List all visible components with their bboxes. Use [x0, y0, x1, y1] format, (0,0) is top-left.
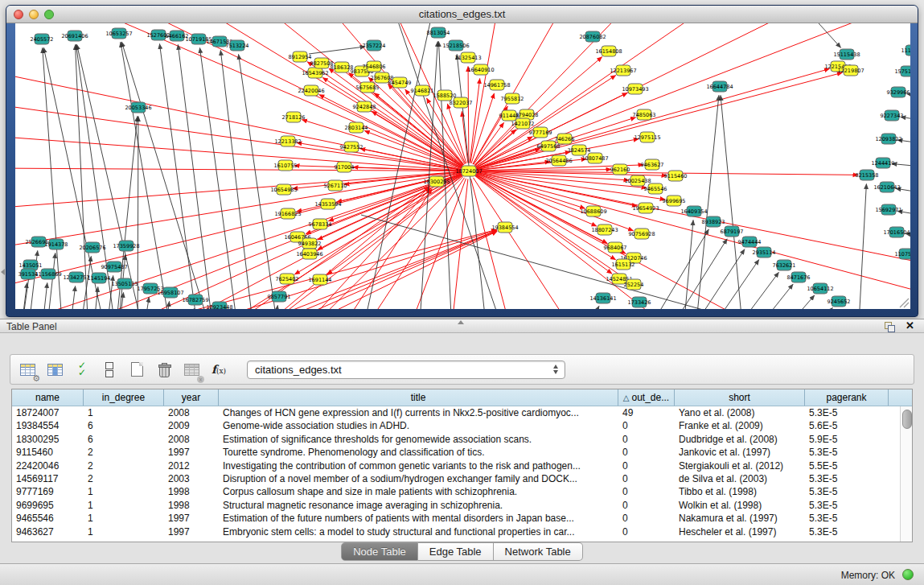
graph-node[interactable]: 1914378 — [45, 239, 68, 249]
graph-node[interactable]: 10973493 — [622, 84, 648, 94]
graph-node[interactable]: 9245652 — [827, 296, 851, 307]
graph-edge[interactable] — [178, 44, 218, 309]
graph-edge[interactable] — [471, 93, 494, 163]
table-cell[interactable]: 1998 — [164, 499, 219, 512]
graph-edge[interactable] — [38, 282, 47, 309]
table-cell[interactable]: Estimation of the future numbers of pati… — [219, 512, 618, 525]
table-cell[interactable]: 1 — [84, 485, 164, 498]
graph-edge[interactable] — [239, 54, 282, 309]
table-cell[interactable]: 5.3E-5 — [805, 472, 889, 485]
table-row[interactable]: 2242004622012Investigating the contribut… — [12, 459, 900, 472]
graph-edge[interactable] — [76, 44, 89, 309]
graph-node[interactable]: 8215358 — [856, 170, 879, 180]
table-cell[interactable]: 0 — [618, 512, 675, 525]
graph-node[interactable]: 7485063 — [633, 109, 656, 120]
table-cell[interactable]: 18300295 — [12, 433, 84, 446]
graph-node[interactable]: 15751874 — [894, 66, 910, 76]
graph-node[interactable]: 12213382 — [274, 136, 301, 146]
table-cell[interactable]: Tibbo et al. (1998) — [675, 485, 805, 498]
table-cell[interactable]: Stergiakouli et al. (2012) — [675, 459, 805, 472]
select-all-button[interactable]: ✓✓ — [72, 359, 92, 380]
graph-edge[interactable] — [184, 308, 194, 309]
graph-edge[interactable] — [309, 47, 365, 54]
table-cell[interactable]: 0 — [618, 472, 675, 485]
table-cell[interactable]: 0 — [618, 446, 675, 459]
panel-splitter-handle[interactable] — [458, 320, 464, 324]
table-row[interactable]: 946362711997Embryonic stem cells: a mode… — [12, 525, 900, 538]
table-cell[interactable]: 5.3E-5 — [805, 499, 889, 512]
table-row[interactable]: 977716911998Corpus callosum shape and si… — [12, 485, 900, 498]
graph-node[interactable]: 7632621 — [773, 260, 796, 270]
graph-edge[interactable] — [721, 95, 744, 309]
table-cell[interactable]: 1 — [84, 499, 164, 512]
graph-node[interactable]: 3824574 — [568, 145, 591, 155]
table-row[interactable]: 1938455462009Genome-wide association stu… — [12, 419, 900, 432]
graph-node[interactable]: 5678334 — [309, 219, 332, 229]
network-window-titlebar[interactable]: citations_edges.txt — [6, 6, 918, 23]
graph-node[interactable]: 11325413 — [454, 52, 481, 63]
graph-edge[interactable] — [15, 104, 461, 170]
table-row[interactable]: 946554611997Estimation of the future num… — [12, 512, 900, 525]
graph-node[interactable]: 2405572 — [31, 34, 54, 44]
graph-node[interactable]: 9465546 — [644, 183, 667, 194]
table-cell[interactable]: Dudbridge et al. (2008) — [675, 433, 805, 446]
table-cell[interactable]: 2 — [84, 459, 164, 472]
select-columns-button[interactable] — [44, 359, 65, 380]
graph-edge[interactable] — [700, 272, 778, 309]
graph-node[interactable]: 5267110 — [324, 180, 347, 191]
graph-node[interactable]: 9227343 — [881, 110, 904, 121]
graph-edge[interactable] — [17, 282, 27, 309]
column-header-out-de-[interactable]: △out_de... — [618, 389, 675, 406]
table-cell[interactable]: Estimation of significance thresholds fo… — [219, 433, 618, 446]
graph-node[interactable]: 16210643 — [873, 182, 900, 192]
network-graph[interactable]: 1872400718300295193845548912954224200461… — [15, 23, 910, 309]
table-cell[interactable]: 5.3E-5 — [805, 525, 889, 538]
graph-node[interactable]: 9329966 — [887, 87, 910, 97]
table-cell[interactable]: 6 — [84, 419, 164, 432]
table-cell[interactable]: 9463627 — [12, 525, 84, 538]
graph-node[interactable]: 10654112 — [807, 283, 833, 294]
graph-edge[interactable] — [737, 295, 815, 309]
graph-node[interactable]: 16403946 — [296, 249, 322, 259]
table-cell[interactable]: 18724007 — [12, 406, 84, 419]
graph-node[interactable]: 14136141 — [589, 293, 616, 303]
graph-node[interactable]: 20564486 — [545, 155, 572, 166]
graph-node[interactable]: 12923448 — [206, 302, 232, 309]
table-cell[interactable]: 0 — [618, 459, 675, 472]
table-cell[interactable]: 1998 — [164, 485, 219, 498]
scrollbar-thumb[interactable] — [902, 410, 912, 429]
graph-node[interactable]: 9474444 — [738, 237, 762, 247]
graph-node[interactable]: 9242848 — [353, 101, 376, 112]
network-canvas[interactable]: 1872400718300295193845548912954224200461… — [15, 23, 910, 309]
table-cell[interactable]: 0 — [618, 499, 675, 512]
graph-edge[interactable] — [136, 23, 462, 167]
graph-node[interactable]: 6497568 — [537, 141, 561, 151]
graph-node[interactable]: 1610755 — [274, 160, 298, 171]
column-header-name[interactable]: name — [12, 389, 84, 406]
table-cell[interactable]: Structural magnetic resonance image aver… — [219, 499, 618, 512]
table-cell[interactable]: Genome-wide association studies in ADHD. — [219, 419, 618, 432]
graph-node[interactable]: 10807487 — [581, 153, 608, 163]
graph-node[interactable]: 20053346 — [125, 102, 151, 113]
table-cell[interactable]: Yano et al. (2008) — [675, 406, 805, 419]
graph-node[interactable]: 1145194 — [88, 273, 111, 283]
graph-node[interactable]: 20876082 — [579, 31, 606, 42]
graph-edge[interactable] — [121, 42, 223, 309]
tab-node-table[interactable]: Node Table — [341, 542, 418, 561]
graph-node[interactable]: 1244419 — [872, 158, 895, 168]
graph-node[interactable]: 7357224 — [363, 40, 386, 51]
table-cell[interactable]: Corpus callosum shape and size in male p… — [219, 485, 618, 498]
graph-node[interactable]: 22420046 — [298, 85, 324, 96]
graph-node[interactable]: 1117538 — [901, 45, 910, 56]
graph-node[interactable]: 16640910 — [467, 64, 494, 75]
west-panel-collapse-arrow[interactable] — [1, 269, 5, 275]
graph-node[interactable]: 9699695 — [663, 196, 686, 206]
graph-node[interactable]: 10025438 — [624, 175, 651, 186]
table-cell[interactable]: 1997 — [164, 512, 219, 525]
graph-edge[interactable] — [468, 66, 469, 163]
graph-node[interactable]: 10653257 — [105, 28, 132, 39]
table-row[interactable]: 911546021997Tourette syndrome. Phenomeno… — [12, 446, 900, 459]
table-cell[interactable]: 5.3E-5 — [805, 406, 889, 419]
table-cell[interactable]: Tourette syndrome. Phenomenology and cla… — [219, 446, 618, 459]
resize-grip[interactable] — [900, 299, 909, 307]
